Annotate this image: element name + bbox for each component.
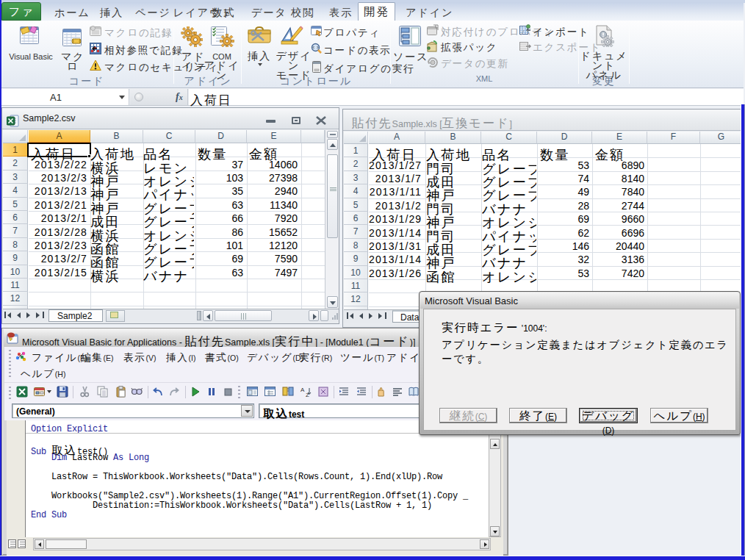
svg-text:A: A <box>300 387 305 393</box>
svg-text:Z: Z <box>306 392 309 398</box>
